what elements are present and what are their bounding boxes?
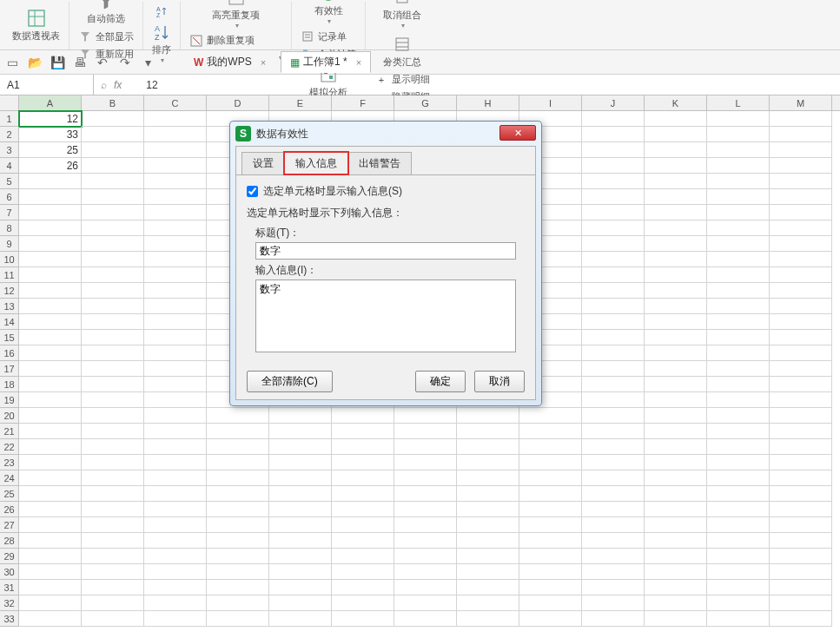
cell[interactable] [82, 127, 144, 142]
dialog-tab-settings[interactable]: 设置 [241, 152, 285, 174]
cell[interactable] [582, 564, 645, 580]
col-header-A[interactable]: A [19, 95, 82, 110]
cell[interactable] [645, 361, 707, 377]
row-header[interactable]: 5 [0, 174, 19, 189]
cell[interactable] [19, 486, 82, 502]
show-all-button[interactable]: 全部显示 [75, 29, 137, 44]
message-textarea[interactable] [255, 280, 516, 352]
cell[interactable] [207, 595, 269, 611]
row-header[interactable]: 9 [0, 236, 19, 252]
cell[interactable] [582, 486, 645, 502]
cell[interactable] [144, 158, 207, 174]
cell[interactable] [645, 330, 707, 345]
cell[interactable] [394, 408, 457, 424]
cell[interactable] [707, 330, 770, 345]
cell[interactable] [707, 142, 770, 158]
cell[interactable] [645, 283, 707, 299]
cell[interactable] [82, 611, 144, 627]
cell[interactable] [144, 502, 207, 517]
cell[interactable] [582, 517, 645, 533]
cell[interactable] [770, 611, 832, 627]
cell[interactable] [645, 252, 707, 267]
cell[interactable] [582, 236, 645, 252]
cell[interactable] [82, 455, 144, 470]
cell[interactable] [707, 502, 770, 517]
cell[interactable] [582, 330, 645, 345]
cell[interactable] [269, 611, 332, 627]
cell[interactable]: 26 [19, 158, 82, 174]
cell[interactable] [582, 299, 645, 314]
cell[interactable] [144, 377, 207, 392]
cell[interactable] [645, 236, 707, 252]
cell[interactable] [82, 517, 144, 533]
cell[interactable] [582, 611, 645, 627]
cell[interactable] [582, 392, 645, 408]
cell[interactable] [82, 439, 144, 455]
show-detail-button[interactable]: +显示明细 [371, 72, 433, 88]
col-header-K[interactable]: K [645, 95, 707, 110]
cell[interactable] [394, 595, 457, 611]
cell[interactable] [82, 158, 144, 174]
cell[interactable] [394, 611, 457, 627]
row-header[interactable]: 24 [0, 470, 19, 486]
cell[interactable] [269, 502, 332, 517]
cell[interactable] [582, 127, 645, 142]
cell[interactable] [582, 189, 645, 205]
cell[interactable] [582, 455, 645, 470]
cell[interactable] [770, 517, 832, 533]
cell[interactable] [645, 205, 707, 220]
cell[interactable] [19, 220, 82, 236]
cell[interactable] [707, 267, 770, 283]
cell[interactable] [707, 345, 770, 361]
cell[interactable] [207, 455, 269, 470]
qat-print-icon[interactable]: 🖶 [71, 54, 89, 71]
cell[interactable] [82, 174, 144, 189]
search-icon[interactable]: ⌕ [101, 79, 107, 91]
col-header-B[interactable]: B [82, 95, 144, 110]
cell[interactable] [82, 564, 144, 580]
cell[interactable] [144, 439, 207, 455]
cell[interactable] [269, 549, 332, 564]
cell[interactable] [19, 345, 82, 361]
cell[interactable] [144, 189, 207, 205]
row-header[interactable]: 6 [0, 189, 19, 205]
cell[interactable] [645, 314, 707, 330]
cell[interactable] [207, 408, 269, 424]
cell[interactable] [770, 455, 832, 470]
cell[interactable] [707, 595, 770, 611]
col-header-E[interactable]: E [269, 95, 332, 110]
delete-dup-button[interactable]: 删除重复项 [186, 33, 286, 49]
cell[interactable] [19, 549, 82, 564]
cell[interactable] [269, 439, 332, 455]
cell[interactable] [144, 564, 207, 580]
cancel-button[interactable]: 取消 [474, 371, 525, 392]
cell[interactable] [770, 564, 832, 580]
qat-more-icon[interactable]: ▾ [139, 54, 156, 71]
cell[interactable] [19, 174, 82, 189]
col-header-J[interactable]: J [582, 95, 645, 110]
cell[interactable] [770, 142, 832, 158]
col-header-H[interactable]: H [457, 95, 519, 110]
row-header[interactable]: 28 [0, 533, 19, 549]
cell[interactable] [519, 470, 582, 486]
cell[interactable] [645, 486, 707, 502]
cell[interactable] [144, 283, 207, 299]
cell[interactable] [582, 220, 645, 236]
cell[interactable] [582, 361, 645, 377]
cell[interactable] [770, 252, 832, 267]
cell[interactable] [645, 392, 707, 408]
cell[interactable] [82, 189, 144, 205]
cell[interactable] [82, 220, 144, 236]
title-input[interactable] [255, 242, 516, 260]
cell[interactable] [582, 470, 645, 486]
cell[interactable] [519, 408, 582, 424]
row-header[interactable]: 15 [0, 330, 19, 345]
row-header[interactable]: 26 [0, 502, 19, 517]
cell[interactable] [394, 424, 457, 439]
cell[interactable] [457, 595, 519, 611]
cell[interactable] [82, 236, 144, 252]
ok-button[interactable]: 确定 [415, 371, 466, 392]
cell[interactable] [207, 424, 269, 439]
cell[interactable] [144, 486, 207, 502]
cell[interactable] [582, 283, 645, 299]
